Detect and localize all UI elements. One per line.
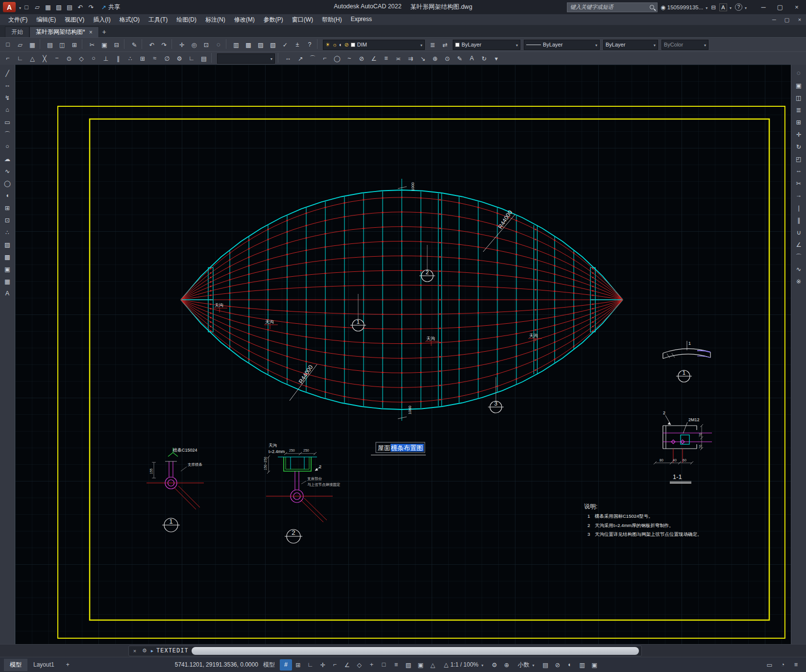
array-tool-icon[interactable]: ⊞	[793, 117, 805, 127]
menu-item-11[interactable]: 帮助(H)	[318, 15, 346, 25]
dim-jogged-icon[interactable]: ~	[343, 53, 355, 64]
annotation-monitor-icon[interactable]: ⊕	[501, 659, 513, 671]
snap-mode-icon[interactable]: ⊞	[292, 659, 304, 671]
snap-parallel-icon[interactable]: ∥	[112, 53, 124, 64]
multiline-text-tool-icon[interactable]: A	[1, 288, 13, 299]
pan-icon[interactable]: ✛	[176, 39, 188, 50]
publish-icon[interactable]: ⊞	[69, 39, 80, 50]
isolate-objects-icon[interactable]: ◐	[564, 659, 576, 671]
graphics-performance-icon[interactable]: ▥	[576, 659, 588, 671]
dim-continue-icon[interactable]: ⇉	[405, 53, 416, 64]
break-at-point-tool-icon[interactable]: ∣	[793, 202, 805, 213]
extend-tool-icon[interactable]: →	[793, 190, 805, 201]
construction-line-tool-icon[interactable]: ↔	[1, 80, 13, 91]
menu-item-4[interactable]: 格式(O)	[115, 15, 144, 25]
ucs-icon-toggle-icon[interactable]: ∟	[186, 53, 197, 64]
snap-none-icon[interactable]: ∅	[161, 53, 173, 64]
annotation-scale-button[interactable]: △ 1:1 / 100%	[440, 660, 487, 670]
autocad-logo-icon[interactable]: A	[3, 2, 16, 12]
copy-tool-icon[interactable]: ▣	[793, 80, 805, 91]
lock-ui-icon[interactable]: ⊘	[552, 659, 564, 671]
search-input[interactable]: 键入关键字或短语	[567, 2, 658, 12]
quick-calc-icon[interactable]: ±	[292, 39, 303, 50]
search-icon[interactable]	[650, 5, 654, 9]
transparency-icon[interactable]: ▧	[402, 659, 415, 671]
object-snap-icon[interactable]: □	[378, 659, 390, 671]
dim-style-icon[interactable]: ▾	[490, 53, 502, 64]
qat-save-icon[interactable]: ▦	[43, 2, 53, 13]
save-icon[interactable]: ▦	[26, 39, 38, 50]
menu-item-7[interactable]: 标注(N)	[201, 15, 230, 25]
command-customize-button[interactable]: ⚙	[141, 648, 148, 654]
multileader-icon[interactable]: ↘	[417, 53, 429, 64]
break-tool-icon[interactable]: ∥	[793, 215, 805, 225]
menu-item-3[interactable]: 插入(I)	[89, 15, 115, 25]
snap-quadrant-icon[interactable]: ◇	[75, 53, 87, 64]
tolerance-icon[interactable]: ⊕	[429, 53, 441, 64]
units-button[interactable]: 小数	[514, 659, 538, 671]
sheet-set-manager-icon[interactable]: ▧	[267, 39, 279, 50]
app-store-button[interactable]: ⊟	[711, 4, 716, 11]
stretch-tool-icon[interactable]: ⇔	[793, 166, 805, 176]
spline-tool-icon[interactable]: ∿	[1, 166, 13, 176]
trim-tool-icon[interactable]: ✂	[793, 178, 805, 189]
region-tool-icon[interactable]: ▣	[1, 264, 13, 274]
linetype-control-combo[interactable]: ByLayer	[524, 40, 600, 50]
gradient-tool-icon[interactable]: ▩	[1, 251, 13, 262]
rectangle-tool-icon[interactable]: ▭	[1, 117, 13, 127]
menu-item-10[interactable]: 窗口(W)	[288, 15, 318, 25]
snap-center-icon[interactable]: ⊙	[63, 53, 75, 64]
menu-item-0[interactable]: 文件(F)	[4, 15, 32, 25]
dim-radius-icon[interactable]: ◯	[331, 53, 343, 64]
menu-item-2[interactable]: 视图(V)	[60, 15, 89, 25]
polygon-tool-icon[interactable]: ⌂	[1, 104, 13, 115]
mirror-tool-icon[interactable]: ◫	[793, 92, 805, 103]
ellipse-arc-tool-icon[interactable]: ◖	[1, 190, 13, 201]
qat-open-icon[interactable]: ▱	[32, 2, 43, 13]
doc-minimize-button[interactable]: ─	[768, 15, 781, 25]
selection-cycling-icon[interactable]: ▣	[415, 659, 427, 671]
named-views-icon[interactable]: ▤	[198, 53, 210, 64]
menu-item-12[interactable]: Express	[346, 15, 376, 25]
menu-item-5[interactable]: 工具(T)	[144, 15, 172, 25]
polyline-tool-icon[interactable]: ↯	[1, 92, 13, 103]
layer-control-combo[interactable]: ☀ ☼ ◐ ⊘ DIM	[323, 40, 425, 50]
erase-tool-icon[interactable]: ◌	[793, 68, 805, 78]
copy-icon[interactable]: ▣	[98, 39, 110, 50]
help-icon[interactable]: ?	[304, 39, 316, 50]
snap-endpoint-icon[interactable]: ∟	[14, 53, 26, 64]
command-close-button[interactable]: ×	[131, 648, 138, 654]
dim-update-icon[interactable]: ↻	[478, 53, 490, 64]
dim-ordinate-icon[interactable]: ⌐	[319, 53, 331, 64]
match-properties-icon[interactable]: ✎	[128, 39, 140, 50]
new-tab-button[interactable]: +	[99, 26, 110, 37]
dim-baseline-icon[interactable]: ≍	[392, 53, 404, 64]
blend-curves-tool-icon[interactable]: ∿	[793, 264, 805, 274]
rotate-tool-icon[interactable]: ↻	[793, 141, 805, 152]
menu-item-9[interactable]: 参数(P)	[259, 15, 288, 25]
autodesk-account-button[interactable]: A	[719, 3, 732, 11]
qat-redo-icon[interactable]: ↷	[86, 2, 97, 13]
snap-perpendicular-icon[interactable]: ⊥	[100, 53, 112, 64]
add-layout-tab[interactable]: +	[60, 659, 75, 670]
tool-palettes-icon[interactable]: ▨	[255, 39, 267, 50]
command-window[interactable]: × ⚙ ▸ TEXTEDIT	[128, 646, 642, 656]
plot-icon[interactable]: ▤	[44, 39, 56, 50]
workspace-switching-icon[interactable]: ⚙	[488, 659, 501, 671]
menu-item-1[interactable]: 编辑(E)	[32, 15, 60, 25]
zoom-realtime-icon[interactable]: ◎	[188, 39, 200, 50]
paste-icon[interactable]: ⊟	[111, 39, 122, 50]
lineweight-control-combo[interactable]: ByLayer	[603, 40, 658, 50]
object-snap-tracking-icon[interactable]: +	[366, 659, 378, 671]
point-tool-icon[interactable]: ∴	[1, 227, 13, 238]
snap-nearest-icon[interactable]: ≈	[149, 53, 161, 64]
undo-icon[interactable]: ↶	[146, 39, 158, 50]
help-menu-button[interactable]: ?	[735, 3, 747, 11]
signin-account-button[interactable]: ◉ 1505999135...	[661, 4, 708, 11]
zoom-previous-icon[interactable]: ◌	[213, 39, 224, 50]
tab-close-icon[interactable]: ×	[89, 29, 93, 36]
notification-icon[interactable]: ◔	[777, 659, 789, 671]
color-control-combo[interactable]: ByLayer	[453, 40, 520, 50]
plotstyle-control-combo[interactable]: ByColor	[661, 40, 708, 50]
menu-item-8[interactable]: 修改(M)	[230, 15, 259, 25]
